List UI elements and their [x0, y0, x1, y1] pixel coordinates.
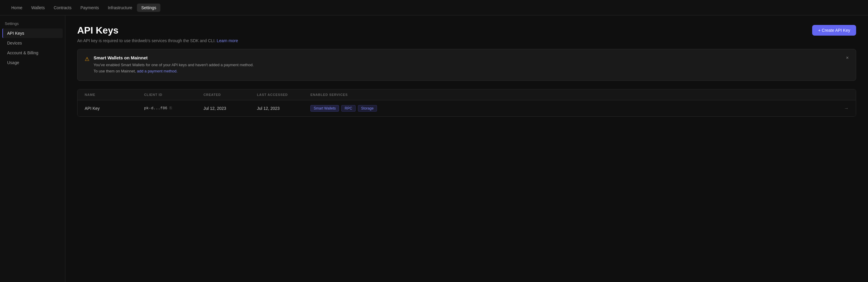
- table-header-created: CREATED: [204, 93, 257, 97]
- alert-banner: ⚠ Smart Wallets on Mainnet You've enable…: [77, 49, 856, 81]
- badge-storage: Storage: [358, 105, 377, 112]
- client-id-text: pk-d...f86: [144, 106, 167, 110]
- nav-wallets[interactable]: Wallets: [27, 4, 49, 12]
- table-header-name: NAME: [85, 93, 144, 97]
- alert-line2-prefix: To use them on Mainnet,: [94, 69, 136, 73]
- alert-text: You've enabled Smart Wallets for one of …: [94, 62, 254, 74]
- table-header-last-accessed: LAST ACCESSED: [257, 93, 310, 97]
- copy-icon[interactable]: ⎘: [169, 106, 172, 110]
- alert-content: ⚠ Smart Wallets on Mainnet You've enable…: [85, 55, 254, 74]
- learn-more-link[interactable]: Learn more: [217, 38, 238, 43]
- sidebar-section-label: Settings: [0, 22, 65, 28]
- table-row[interactable]: API Key pk-d...f86 ⎘ Jul 12, 2023 Jul 12…: [78, 100, 856, 116]
- alert-line1: You've enabled Smart Wallets for one of …: [94, 63, 254, 67]
- main-content: API Keys An API key is required to use t…: [65, 15, 868, 282]
- row-services: Smart Wallets RPC Storage: [310, 105, 837, 112]
- row-arrow-icon: →: [837, 106, 849, 111]
- table-header-client-id: CLIENT ID: [144, 93, 204, 97]
- sidebar: Settings API Keys Devices Account & Bill…: [0, 15, 65, 282]
- page-description: An API key is required to use thirdweb's…: [77, 38, 238, 43]
- table-header: NAME CLIENT ID CREATED LAST ACCESSED ENA…: [78, 90, 856, 100]
- main-layout: Settings API Keys Devices Account & Bill…: [0, 15, 868, 282]
- alert-close-button[interactable]: ×: [846, 55, 849, 61]
- table-header-action: [837, 93, 849, 97]
- nav-settings[interactable]: Settings: [137, 4, 160, 12]
- nav-payments[interactable]: Payments: [76, 4, 103, 12]
- row-name: API Key: [85, 106, 144, 111]
- alert-title: Smart Wallets on Mainnet: [94, 55, 254, 60]
- nav-infrastructure[interactable]: Infrastructure: [104, 4, 136, 12]
- table-header-enabled-services: ENABLED SERVICES: [310, 93, 837, 97]
- sidebar-item-usage[interactable]: Usage: [2, 58, 63, 67]
- nav-contracts[interactable]: Contracts: [50, 4, 76, 12]
- row-created: Jul 12, 2023: [204, 106, 257, 111]
- create-api-key-button[interactable]: + Create API Key: [812, 25, 856, 36]
- badge-smart-wallets: Smart Wallets: [310, 105, 339, 112]
- top-navigation: Home Wallets Contracts Payments Infrastr…: [0, 0, 868, 15]
- row-client-id: pk-d...f86 ⎘: [144, 106, 204, 110]
- badge-rpc: RPC: [341, 105, 355, 112]
- page-description-text: An API key is required to use thirdweb's…: [77, 38, 216, 43]
- nav-home[interactable]: Home: [7, 4, 26, 12]
- alert-body: Smart Wallets on Mainnet You've enabled …: [94, 55, 254, 74]
- api-keys-table: NAME CLIENT ID CREATED LAST ACCESSED ENA…: [77, 89, 856, 117]
- row-last-accessed: Jul 12, 2023: [257, 106, 310, 111]
- sidebar-item-devices[interactable]: Devices: [2, 38, 63, 48]
- sidebar-item-account-billing[interactable]: Account & Billing: [2, 48, 63, 58]
- alert-icon: ⚠: [85, 56, 89, 62]
- page-title: API Keys: [77, 25, 238, 36]
- alert-payment-link[interactable]: add a payment method.: [137, 69, 178, 73]
- sidebar-item-api-keys[interactable]: API Keys: [2, 29, 63, 38]
- page-header: API Keys An API key is required to use t…: [77, 25, 856, 43]
